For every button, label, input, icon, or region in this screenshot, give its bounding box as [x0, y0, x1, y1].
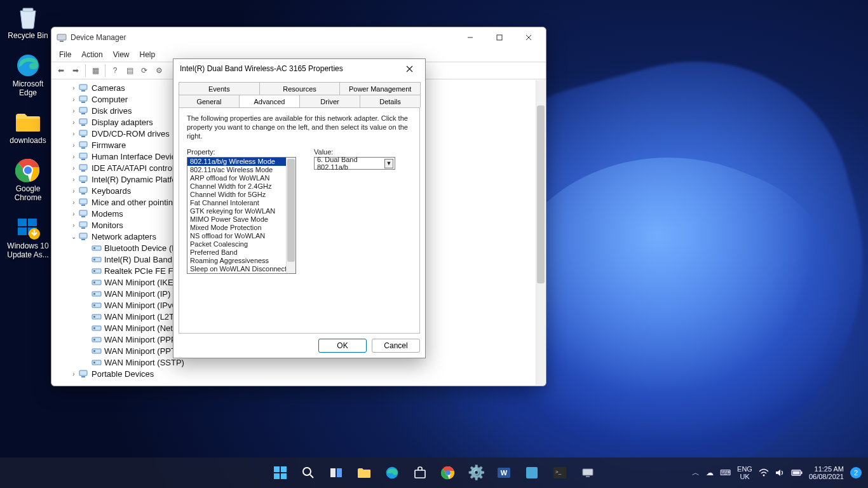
toolbar-show-hide-icon[interactable]: ▦: [88, 64, 102, 78]
property-list-item[interactable]: Fat Channel Intolerant: [187, 199, 295, 207]
language-indicator[interactable]: ENG UK: [737, 465, 752, 480]
tab-power-management[interactable]: Power Management: [339, 82, 421, 95]
cancel-button[interactable]: Cancel: [372, 339, 420, 353]
svg-rect-32: [79, 176, 87, 181]
word-icon[interactable]: W: [491, 460, 517, 485]
chevron-right-icon[interactable]: ›: [69, 85, 78, 92]
menu-view[interactable]: View: [108, 49, 135, 60]
task-view-icon[interactable]: [323, 460, 349, 485]
device-manager-taskbar-icon[interactable]: [575, 460, 600, 485]
toolbar-help-icon[interactable]: ?: [108, 64, 122, 78]
dialog-buttons: OK Cancel: [173, 334, 425, 358]
maximize-button[interactable]: [485, 29, 514, 46]
property-list-item[interactable]: Channel Width for 2.4GHz: [187, 182, 295, 191]
menu-help[interactable]: Help: [135, 49, 161, 60]
tab-details[interactable]: Details: [360, 95, 421, 107]
tree-node-label: WAN Miniport (L2TP: [104, 312, 180, 322]
start-button[interactable]: [268, 460, 293, 485]
property-list-item[interactable]: Sleep on WoWLAN Disconnect: [187, 265, 295, 273]
property-list-item[interactable]: 802.11n/ac Wireless Mode: [187, 166, 295, 174]
chevron-right-icon[interactable]: ›: [69, 142, 78, 149]
dialog-titlebar[interactable]: Intel(R) Dual Band Wireless-AC 3165 Prop…: [173, 59, 425, 78]
file-explorer-icon[interactable]: [351, 460, 377, 485]
settings-icon[interactable]: ⚙️: [463, 460, 489, 485]
svg-rect-24: [79, 130, 87, 135]
tray-chevron-up-icon[interactable]: ︿: [692, 468, 700, 478]
chevron-right-icon[interactable]: ›: [69, 165, 78, 172]
toolbar-forward-icon[interactable]: ➡: [69, 64, 83, 78]
property-list-item[interactable]: ARP offload for WoWLAN: [187, 174, 295, 182]
toolbar-scan-icon[interactable]: ⟳: [137, 64, 151, 78]
value-dropdown[interactable]: 6. Dual Band 802.11a/b ▼: [314, 157, 395, 170]
network-adapter-icon: [91, 346, 102, 356]
property-list-item[interactable]: GTK rekeying for WoWLAN: [187, 207, 295, 215]
chevron-right-icon[interactable]: ›: [69, 153, 78, 160]
toolbar-properties-icon[interactable]: ▤: [123, 64, 137, 78]
svg-rect-91: [801, 471, 802, 474]
property-list-item[interactable]: Preferred Band: [187, 248, 295, 257]
chevron-right-icon[interactable]: ›: [69, 210, 78, 217]
property-list-item[interactable]: Channel Width for 5GHz: [187, 191, 295, 199]
desktop-icon-chrome[interactable]: Google Chrome: [4, 157, 52, 203]
desktop-icon-recycle-bin[interactable]: Recycle Bin: [4, 4, 52, 41]
chevron-right-icon[interactable]: ›: [69, 176, 78, 183]
desktop-icon-win-update[interactable]: Windows 10 Update As...: [4, 214, 52, 260]
svg-rect-79: [415, 470, 425, 478]
close-button[interactable]: [514, 29, 543, 46]
minimize-button[interactable]: [456, 29, 485, 46]
chevron-down-icon: ▼: [384, 159, 393, 168]
chrome-taskbar-icon[interactable]: [435, 460, 461, 485]
property-list-item[interactable]: NS offload for WoWLAN: [187, 232, 295, 240]
chevron-right-icon[interactable]: ›: [69, 130, 78, 137]
menu-action[interactable]: Action: [76, 49, 107, 60]
chevron-right-icon[interactable]: ›: [69, 222, 78, 229]
tab-driver[interactable]: Driver: [299, 95, 360, 107]
chevron-right-icon[interactable]: ›: [69, 119, 78, 126]
property-list-item[interactable]: Mixed Mode Protection: [187, 224, 295, 232]
property-list-item[interactable]: Packet Coalescing: [187, 240, 295, 248]
titlebar[interactable]: Device Manager: [51, 27, 546, 48]
toolbar-update-icon[interactable]: ⚙: [152, 64, 166, 78]
tab-advanced[interactable]: Advanced: [239, 95, 300, 107]
keyboard-icon[interactable]: ⌨: [720, 468, 731, 477]
clock[interactable]: 11:25 AM 06/08/2021: [809, 465, 844, 480]
svg-text:>_: >_: [555, 469, 562, 475]
chevron-right-icon[interactable]: ›: [69, 187, 78, 194]
battery-icon[interactable]: [791, 469, 803, 477]
network-adapter-icon: [91, 300, 102, 310]
tab-events[interactable]: Events: [179, 82, 260, 95]
property-list-item[interactable]: Roaming Aggressiveness: [187, 257, 295, 265]
ok-button[interactable]: OK: [318, 339, 367, 353]
chevron-right-icon[interactable]: ›: [69, 96, 78, 103]
dialog-close-button[interactable]: [397, 60, 421, 77]
tab-resources[interactable]: Resources: [259, 82, 341, 95]
chevron-down-icon[interactable]: ⌄: [69, 233, 78, 240]
chevron-right-icon[interactable]: ›: [69, 199, 78, 206]
tab-panel-advanced: The following properties are available f…: [179, 107, 420, 334]
recycle-bin-icon: [14, 4, 42, 30]
property-listbox[interactable]: 802.11a/b/g Wireless Mode802.11n/ac Wire…: [187, 157, 296, 274]
menu-file[interactable]: File: [54, 49, 76, 60]
wifi-icon[interactable]: [759, 468, 769, 477]
chevron-right-icon[interactable]: ›: [69, 370, 78, 377]
volume-icon[interactable]: [775, 468, 785, 477]
value-dropdown-text: 6. Dual Band 802.11a/b: [317, 156, 384, 171]
onedrive-icon[interactable]: ☁: [706, 468, 714, 477]
property-list-item[interactable]: MIMO Power Save Mode: [187, 215, 295, 224]
listbox-scrollbar[interactable]: [286, 158, 295, 273]
property-list-item[interactable]: 802.11a/b/g Wireless Mode: [187, 158, 295, 166]
toolbar-back-icon[interactable]: ⬅: [54, 64, 68, 78]
edge-taskbar-icon[interactable]: [379, 460, 405, 485]
desktop-icon-edge[interactable]: Microsoft Edge: [4, 52, 52, 98]
chevron-right-icon[interactable]: ›: [69, 107, 78, 114]
tab-general[interactable]: General: [179, 95, 240, 107]
terminal-icon[interactable]: >_: [547, 460, 573, 485]
notification-badge[interactable]: 2: [850, 467, 862, 478]
search-icon[interactable]: [295, 460, 321, 485]
app-icon[interactable]: [519, 460, 545, 485]
store-icon[interactable]: [407, 460, 433, 485]
desktop-icon-downloads[interactable]: downloads: [4, 109, 52, 146]
svg-rect-92: [792, 471, 799, 475]
svg-rect-10: [57, 34, 66, 40]
tree-node[interactable]: ›Portable Devices: [59, 368, 545, 379]
